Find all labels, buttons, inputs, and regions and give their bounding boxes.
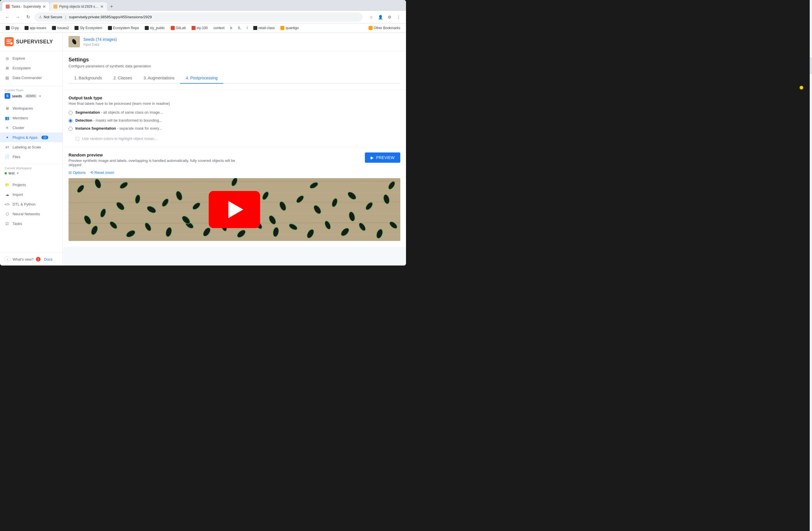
bookmark-other[interactable]: Other Bookmarks — [366, 25, 403, 31]
settings-title: Settings — [69, 57, 400, 63]
nav-plugins-apps[interactable]: ✦ Plugins & Apps 10 — [0, 132, 62, 142]
security-icon: ⚠ — [39, 15, 42, 19]
radio-detection-input[interactable] — [69, 119, 73, 123]
tab-label-tasks: Tasks - Supervisely — [11, 4, 41, 9]
forward-button[interactable]: → — [14, 13, 22, 21]
tab-augmentations[interactable]: 3. Augmentations — [138, 73, 180, 84]
radio-instance-seg[interactable]: Instance Segmentation - separate mask fo… — [69, 126, 400, 131]
logo-area: SUPERVISELY — [0, 32, 62, 51]
workspace-dropdown-icon[interactable]: ▾ — [17, 171, 19, 175]
bookmark-i[interactable]: i — [244, 25, 250, 31]
output-task-title: Output task type — [69, 95, 400, 100]
main-content: Seeds (74 images) Input Data Settings Co… — [63, 32, 406, 265]
bookmark-icon — [368, 26, 373, 30]
nav-explore[interactable]: ◎ Explore — [0, 54, 62, 63]
youtube-overlay[interactable] — [209, 191, 260, 228]
nav-data-commander-label: Data Commander — [13, 76, 42, 80]
folder-icon: 📁 — [4, 182, 10, 187]
preview-header: Random preview Preview synthetic image a… — [69, 152, 400, 167]
nav-tasks[interactable]: ☑ Tasks — [0, 219, 62, 228]
bookmark-label: i — [247, 26, 248, 30]
bookmark-gitlab[interactable]: GitLab — [169, 25, 188, 31]
bookmark-retail[interactable]: retail-class — [251, 25, 277, 31]
bookmark-sly-ecosystem[interactable]: Sly Ecosystem — [72, 25, 104, 31]
url-bar[interactable]: ⚠ Not Secure | supervisely.private:38585… — [34, 13, 363, 22]
workspace-label: Current Workspace — [4, 166, 58, 170]
bookmark-issues2[interactable]: Issues2 — [50, 25, 71, 31]
team-dropdown-icon[interactable]: ▾ — [39, 94, 41, 98]
docs-link[interactable]: Docs — [44, 257, 53, 262]
tab-classes[interactable]: 2. Classes — [107, 73, 137, 84]
preview-button[interactable]: ▶ PREVIEW — [365, 152, 400, 163]
preview-icon: ▶ — [371, 155, 374, 160]
extensions-icon[interactable]: ⚙ — [386, 13, 393, 21]
tab-backgrounds[interactable]: 1. Backgrounds — [69, 73, 107, 84]
refresh-button[interactable]: ↻ — [24, 13, 32, 21]
nav-projects[interactable]: 📁 Projects — [0, 180, 62, 190]
bookmark-sly100[interactable]: sly-100 — [189, 25, 210, 31]
nav-members[interactable]: 👥 Members — [0, 113, 62, 123]
bookmark-star-icon[interactable]: ☆ — [367, 13, 375, 21]
profile-icon[interactable]: 👤 — [376, 13, 384, 21]
nav-ecosystem-label: Ecosystem — [13, 66, 31, 70]
bookmark-sly-public[interactable]: sly_public — [143, 25, 167, 31]
nav-files[interactable]: 📄 Files — [0, 152, 62, 162]
radio-instance-input[interactable] — [69, 127, 73, 131]
output-task-desc: How final labels have to be processed (l… — [69, 101, 400, 106]
radio-segmentation-label: Segmentation - all objects of same class… — [75, 110, 163, 115]
checkbox-random-colors[interactable] — [75, 137, 79, 141]
nav-tasks-label: Tasks — [13, 222, 22, 226]
nav-data-commander[interactable]: ▤ Data Commander — [0, 73, 62, 83]
reset-zoom-link[interactable]: ⟲ Reset zoom — [90, 171, 114, 175]
bookmark-icon — [25, 26, 29, 30]
monitor-icon: 🖥 — [4, 106, 10, 111]
nav-workspaces[interactable]: 🖥 Workspaces — [0, 103, 62, 113]
workspace-name-row[interactable]: test ▾ — [4, 171, 58, 175]
tab-flying[interactable]: Flying objects id:2929 started ✕ — [50, 2, 107, 11]
preview-section: Random preview Preview synthetic image a… — [63, 146, 406, 247]
radio-segmentation-input[interactable] — [69, 111, 73, 115]
new-tab-button[interactable]: + — [107, 3, 115, 11]
bookmark-icon — [108, 26, 112, 30]
team-name-text: seeds — [12, 94, 22, 98]
bookmark-label: S, — [238, 26, 241, 30]
bookmark-label: sly_public — [150, 26, 165, 30]
nav-labeling[interactable]: 🏷 Labeling at Scale — [0, 142, 62, 152]
preview-btn-label: PREVIEW — [376, 155, 395, 160]
bookmark-s[interactable]: S, — [235, 25, 243, 31]
tab-close-tasks[interactable]: ✕ — [43, 4, 46, 9]
nav-plugins-label: Plugins & Apps — [13, 135, 38, 139]
nav-neural-networks[interactable]: ⬡ Neural Networks — [0, 209, 62, 219]
bookmark-label: GitLab — [176, 26, 186, 30]
collapse-button[interactable]: ‹ — [4, 256, 10, 262]
seeds-header: Seeds (74 images) Input Data — [63, 32, 406, 51]
bookmark-cl-py[interactable]: Cl-py — [3, 25, 21, 31]
radio-segmentation[interactable]: Segmentation - all objects of same class… — [69, 110, 400, 115]
nav-dtl-python[interactable]: </> DTL & Python — [0, 199, 62, 209]
tab-postprocessing[interactable]: 4. Postprocessing — [180, 73, 223, 84]
tab-tasks[interactable]: Tasks - Supervisely ✕ — [2, 2, 49, 11]
radio-detection[interactable]: Detection - masks will be transformed to… — [69, 118, 400, 123]
preview-title-area: Random preview Preview synthetic image a… — [69, 152, 240, 167]
menu-icon[interactable]: ⋮ — [395, 13, 403, 21]
nav-import[interactable]: ☁ Import — [0, 190, 62, 199]
settings-tabs: 1. Backgrounds 2. Classes 3. Augmentatio… — [69, 73, 400, 84]
bookmark-app-issues[interactable]: app-issues — [22, 25, 48, 31]
whats-new-section[interactable]: ‹ What's new? 1 Docs — [0, 253, 62, 265]
options-link[interactable]: ⊟ Options — [69, 171, 86, 175]
bookmark-context[interactable]: context — [211, 25, 227, 31]
nav-ecosystem[interactable]: ⊞ Ecosystem — [0, 63, 62, 73]
seeds-link[interactable]: Seeds (74 images) — [83, 37, 117, 42]
bookmark-ecosystem-repo[interactable]: Ecosystem Repo — [106, 25, 141, 31]
seeds-thumbnail — [69, 36, 80, 47]
tab-close-flying[interactable]: ✕ — [100, 4, 104, 9]
bookmark-b[interactable]: b — [228, 25, 234, 31]
back-button[interactable]: ← — [3, 13, 11, 21]
cpu-icon: ⬡ — [4, 211, 10, 217]
radio-group: Segmentation - all objects of same class… — [69, 110, 400, 141]
bookmark-quantigo[interactable]: quantigo — [278, 25, 301, 31]
bookmark-label: Issues2 — [57, 26, 69, 30]
preview-image-area — [69, 178, 400, 241]
preview-controls: ⊟ Options ⟲ Reset zoom — [69, 171, 400, 175]
nav-cluster[interactable]: ≡ Cluster — [0, 123, 62, 132]
